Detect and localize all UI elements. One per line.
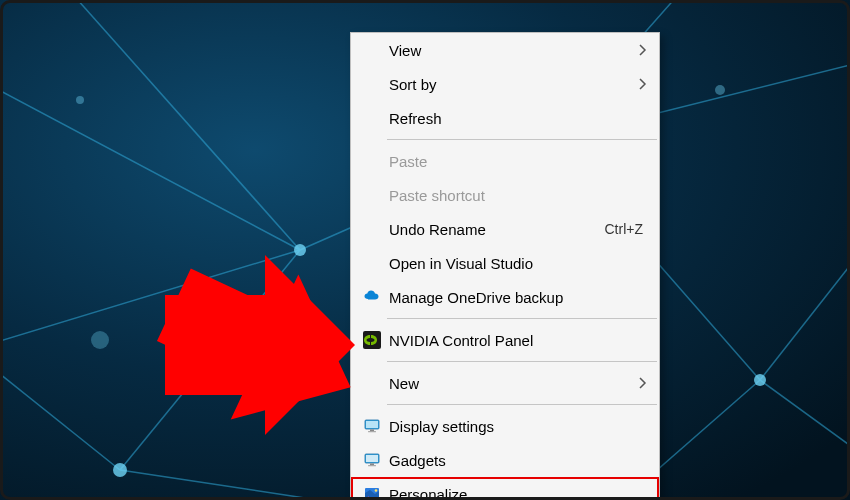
svg-rect-28 <box>370 464 374 466</box>
svg-rect-24 <box>370 430 374 432</box>
menu-item-display-settings[interactable]: Display settings <box>351 409 659 443</box>
menu-label: View <box>385 42 633 59</box>
svg-point-15 <box>113 463 127 477</box>
menu-item-undo-rename[interactable]: Undo Rename Ctrl+Z <box>351 212 659 246</box>
menu-item-refresh[interactable]: Refresh <box>351 101 659 135</box>
menu-item-open-visual-studio[interactable]: Open in Visual Studio <box>351 246 659 280</box>
menu-label: Open in Visual Studio <box>385 255 647 272</box>
menu-item-gadgets[interactable]: Gadgets <box>351 443 659 477</box>
svg-rect-23 <box>366 421 378 428</box>
svg-rect-29 <box>368 465 376 466</box>
menu-label: Sort by <box>385 76 633 93</box>
desktop-context-menu: View Sort by Refresh Paste Paste shortcu… <box>350 32 660 500</box>
menu-separator <box>387 404 657 405</box>
svg-point-17 <box>754 374 766 386</box>
svg-point-20 <box>715 85 725 95</box>
menu-separator <box>387 139 657 140</box>
svg-point-18 <box>91 331 109 349</box>
menu-item-new[interactable]: New <box>351 366 659 400</box>
gadgets-icon <box>359 451 385 469</box>
menu-label: NVIDIA Control Panel <box>385 332 647 349</box>
menu-label: Paste <box>385 153 647 170</box>
menu-item-paste-shortcut: Paste shortcut <box>351 178 659 212</box>
menu-label: Personalize <box>385 486 647 501</box>
svg-point-14 <box>294 244 306 256</box>
menu-item-onedrive-backup[interactable]: Manage OneDrive backup <box>351 280 659 314</box>
menu-label: Refresh <box>385 110 647 127</box>
menu-label: Paste shortcut <box>385 187 647 204</box>
chevron-right-icon <box>633 76 647 93</box>
chevron-right-icon <box>633 375 647 392</box>
menu-label: Undo Rename <box>385 221 605 238</box>
menu-item-view[interactable]: View <box>351 33 659 67</box>
menu-label: Display settings <box>385 418 647 435</box>
menu-item-paste: Paste <box>351 144 659 178</box>
menu-separator <box>387 361 657 362</box>
menu-shortcut: Ctrl+Z <box>605 221 648 237</box>
display-icon <box>359 417 385 435</box>
menu-item-nvidia[interactable]: NVIDIA Control Panel <box>351 323 659 357</box>
menu-item-personalize[interactable]: Personalize <box>351 477 659 500</box>
svg-rect-25 <box>368 431 376 432</box>
onedrive-icon <box>359 288 385 306</box>
menu-item-sortby[interactable]: Sort by <box>351 67 659 101</box>
menu-label: Manage OneDrive backup <box>385 289 647 306</box>
svg-rect-27 <box>366 455 378 462</box>
menu-label: New <box>385 375 633 392</box>
nvidia-icon <box>359 331 385 349</box>
menu-separator <box>387 318 657 319</box>
svg-point-31 <box>375 489 378 492</box>
menu-label: Gadgets <box>385 452 647 469</box>
personalize-icon <box>359 485 385 500</box>
chevron-right-icon <box>633 42 647 59</box>
svg-point-19 <box>76 96 84 104</box>
